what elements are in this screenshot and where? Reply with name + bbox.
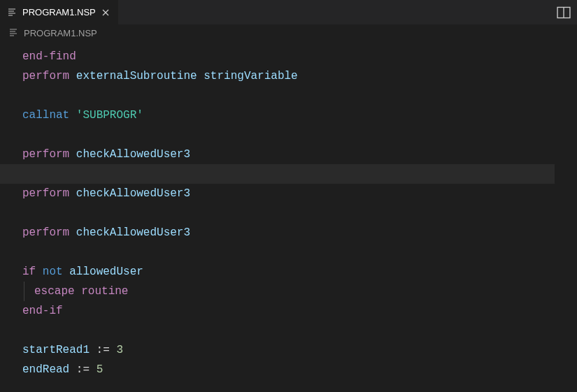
code-line: [22, 86, 577, 106]
cursor-line: [0, 164, 555, 184]
code-editor[interactable]: end-find perform externalSubroutine stri…: [0, 41, 577, 379]
breadcrumb-label: PROGRAM1.NSP: [24, 28, 97, 38]
tab-bar: PROGRAM1.NSP: [0, 0, 577, 24]
tab-label: PROGRAM1.NSP: [22, 7, 96, 17]
code-line: callnat 'SUBPROGR': [22, 106, 577, 125]
file-icon: [7, 7, 18, 18]
editor-actions: [556, 5, 577, 20]
code-line: if not allowedUser: [22, 262, 577, 282]
code-line: perform checkAllowedUser3: [22, 184, 577, 203]
code-line: [22, 321, 577, 340]
code-line: perform checkAllowedUser3: [22, 223, 577, 242]
breadcrumb[interactable]: PROGRAM1.NSP: [0, 24, 577, 41]
code-line: escape routine: [22, 282, 577, 301]
close-icon[interactable]: [100, 7, 111, 18]
code-line: perform externalSubroutine stringVariabl…: [22, 66, 577, 86]
code-line: [22, 125, 577, 145]
file-icon: [8, 27, 20, 38]
code-line: end-if: [22, 301, 577, 321]
code-line: startRead1 := 3: [22, 340, 577, 360]
code-line: [22, 203, 577, 223]
code-line: endRead := 5: [22, 360, 577, 379]
code-line: perform checkAllowedUser3: [22, 145, 577, 164]
split-editor-icon[interactable]: [556, 5, 571, 20]
code-line: [22, 242, 577, 262]
code-line: end-find: [22, 47, 577, 66]
active-tab[interactable]: PROGRAM1.NSP: [0, 0, 118, 24]
